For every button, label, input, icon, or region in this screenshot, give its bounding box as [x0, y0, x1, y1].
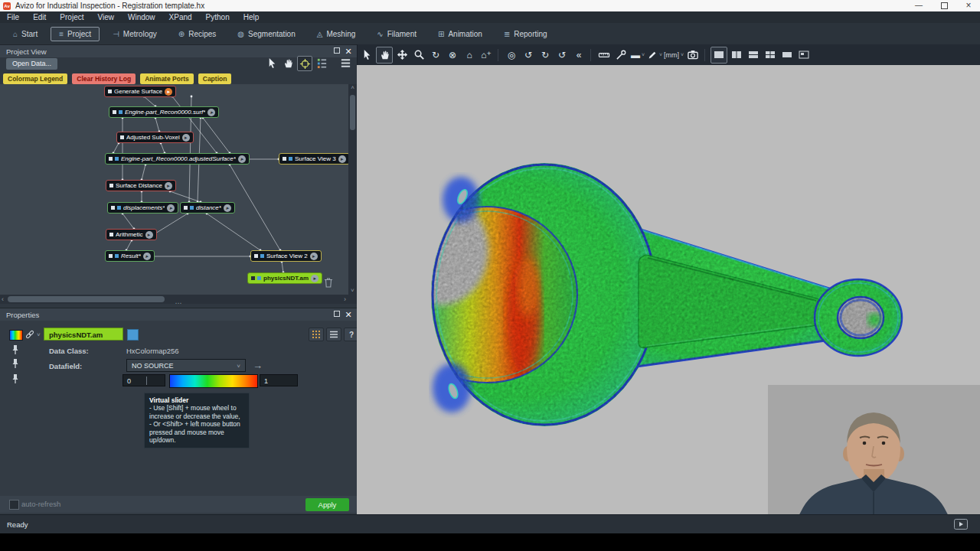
node-graph[interactable]: Generate Surface ▸ Engine-part_Recon0000… — [0, 84, 348, 295]
list-icon[interactable] — [326, 328, 341, 341]
node-menu-badge[interactable]: ▸ — [167, 204, 175, 212]
menu-item[interactable]: View — [90, 11, 121, 23]
graph-node[interactable]: Adjusted Sub-Voxel ▸ — [116, 132, 194, 143]
scroll-right-icon[interactable]: › — [344, 295, 346, 303]
menu-item[interactable]: Project — [53, 11, 90, 23]
colormap-gradient-bar[interactable] — [169, 374, 258, 388]
action-button[interactable]: Clear History Log — [72, 73, 136, 84]
units-select-icon[interactable]: [mm]˅ — [664, 47, 684, 63]
pin-icon[interactable] — [11, 344, 20, 356]
node-menu-badge[interactable]: ▸ — [165, 182, 172, 190]
graph-node[interactable]: Engine-part_Recon0000.surf* ▸ — [109, 106, 219, 118]
module-name-field[interactable]: physicsNDT.am — [44, 328, 123, 341]
trash-icon[interactable] — [323, 277, 334, 289]
layout-wide-icon[interactable] — [779, 47, 795, 63]
pin-icon[interactable] — [11, 358, 20, 370]
tree-view-icon[interactable] — [315, 56, 328, 70]
workspace-tab-reporting[interactable]: ≣ Reporting — [495, 27, 556, 41]
module-color-swatch[interactable] — [127, 329, 139, 341]
graph-node[interactable]: Surface View 2 ▸ — [250, 250, 322, 262]
workspace-tab-start[interactable]: ⌂ Start — [5, 27, 46, 41]
scroll-thumb[interactable] — [8, 296, 165, 302]
graph-node[interactable]: Surface View 3 ▸ — [279, 153, 348, 165]
rotate-ccw-icon[interactable]: ↺ — [554, 47, 570, 63]
panel-close-button[interactable]: ✕ — [342, 47, 354, 57]
chevron-down-icon[interactable]: ˅ — [37, 331, 41, 338]
node-menu-badge[interactable]: ▸ — [338, 155, 346, 163]
workspace-tab-project[interactable]: ≡ Project — [51, 27, 100, 41]
slideshow-icon[interactable] — [954, 519, 968, 530]
scroll-thumb[interactable] — [350, 95, 355, 130]
graph-vertical-scrollbar[interactable]: ˄˅ — [348, 84, 357, 295]
node-menu-badge[interactable]: ▸ — [238, 155, 246, 163]
layout-two-horizontal-icon[interactable] — [746, 47, 761, 63]
viewport-3d-canvas[interactable] — [357, 65, 980, 514]
action-button[interactable]: Animate Ports — [140, 73, 194, 84]
apply-button[interactable]: Apply — [305, 498, 349, 511]
menu-item[interactable]: Window — [121, 11, 162, 23]
graph-node[interactable]: displacements* ▸ — [107, 202, 178, 214]
range-max-input[interactable]: 1 — [260, 374, 298, 386]
workspace-tab-recipes[interactable]: ⊕ Recipes — [170, 27, 225, 41]
menu-item[interactable]: File — [0, 11, 26, 23]
zoom-icon[interactable] — [411, 47, 426, 63]
home-icon[interactable]: ⌂ — [462, 47, 477, 63]
graph-node[interactable]: Generate Surface ▸ — [104, 86, 176, 97]
graph-node[interactable]: Engine-part_Recon0000.adjustedSurface* ▸ — [105, 153, 250, 165]
layout-two-vertical-icon[interactable] — [729, 47, 744, 63]
graph-node[interactable]: Result* ▸ — [105, 250, 155, 262]
minimize-button[interactable]: — — [907, 0, 930, 11]
trackball-rotate-icon[interactable] — [376, 47, 393, 64]
workspace-tab-animation[interactable]: ⊞ Animation — [430, 27, 491, 41]
view-all-icon[interactable]: ◎ — [504, 47, 519, 63]
auto-refresh-checkbox[interactable] — [9, 500, 19, 510]
layout-custom-icon[interactable] — [796, 47, 812, 63]
datafield-dropdown[interactable]: NO SOURCE ˅ — [126, 359, 246, 372]
list-view-icon[interactable] — [338, 56, 352, 70]
layout-four-icon[interactable] — [763, 47, 778, 63]
action-button[interactable]: Colormap Legend — [3, 73, 67, 84]
node-menu-badge[interactable]: ▸ — [182, 134, 190, 142]
workspace-tab-meshing[interactable]: ◬ Meshing — [309, 27, 364, 41]
maximize-button[interactable] — [933, 0, 956, 11]
select-arrow-icon[interactable] — [359, 47, 374, 63]
node-menu-badge[interactable]: ▸ — [165, 88, 172, 96]
set-home-icon[interactable]: ⌂⁺ — [479, 47, 494, 63]
splitter-grip[interactable]: ⋯ — [165, 302, 191, 305]
node-menu-badge[interactable]: ▸ — [145, 231, 153, 239]
node-menu-badge[interactable]: ▸ — [143, 253, 151, 260]
rotate-right-90-icon[interactable]: ↻ — [537, 47, 553, 63]
panel-float-button[interactable] — [332, 311, 342, 318]
node-menu-badge[interactable]: ▸ — [207, 109, 215, 116]
rotate-left-90-icon[interactable]: ↺ — [521, 47, 536, 63]
workspace-tab-filament[interactable]: ∿ Filament — [368, 27, 425, 41]
open-data-button[interactable]: Open Data... — [6, 58, 57, 70]
graph-node[interactable]: Arithmetic ▸ — [106, 229, 157, 240]
workspace-tab-segmentation[interactable]: ◍ Segmentation — [229, 27, 303, 41]
node-menu-badge[interactable]: ▸ — [224, 204, 231, 212]
action-button[interactable]: Caption — [198, 73, 232, 84]
line-width-icon[interactable]: ▬˅ — [630, 47, 645, 63]
close-button[interactable]: × — [957, 0, 980, 11]
graph-node[interactable]: physicsNDT.am ▸ — [247, 272, 322, 284]
menu-item[interactable]: XPand — [162, 11, 199, 23]
panel-close-button[interactable]: ✕ — [342, 310, 354, 320]
target-tool-icon[interactable] — [297, 56, 312, 71]
snapshot-camera-icon[interactable] — [685, 47, 701, 63]
seek-icon[interactable]: ⊗ — [445, 47, 460, 63]
workspace-tab-metrology[interactable]: ⊣ Metrology — [104, 27, 165, 41]
annotation-pen-icon[interactable]: ˅ — [647, 47, 662, 63]
probe-icon[interactable] — [613, 47, 629, 63]
scroll-left-icon[interactable]: ‹ — [2, 295, 4, 303]
graph-node[interactable]: distance* ▸ — [180, 202, 235, 214]
grid-icon[interactable] — [309, 328, 324, 341]
menu-item[interactable]: Python — [199, 11, 237, 23]
pointer-tool-icon[interactable] — [265, 56, 279, 70]
pin-icon[interactable] — [11, 373, 20, 385]
hand-tool-icon[interactable] — [281, 56, 295, 70]
panel-float-button[interactable] — [332, 47, 342, 55]
link-icon[interactable] — [24, 329, 35, 340]
measure-icon[interactable] — [596, 47, 612, 63]
range-min-input[interactable]: 0 — [122, 374, 165, 386]
rotate-icon[interactable]: ↻ — [428, 47, 443, 63]
